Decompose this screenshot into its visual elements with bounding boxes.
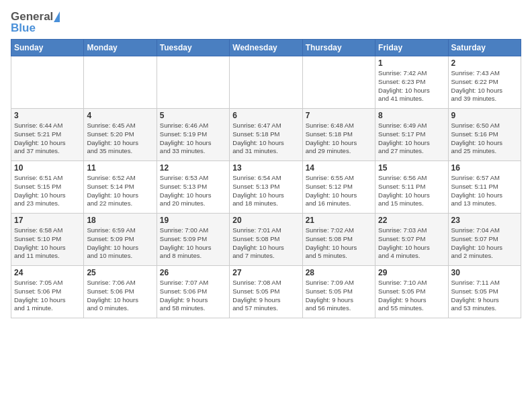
calendar-week-row: 1Sunrise: 7:42 AMSunset: 6:23 PMDaylight… [11,56,521,109]
day-number: 18 [87,216,153,225]
calendar-cell: 2Sunrise: 7:43 AMSunset: 6:22 PMDaylight… [448,56,521,109]
day-info: Sunrise: 7:07 AMSunset: 5:06 PMDaylight:… [160,279,226,313]
day-number: 26 [160,268,226,277]
day-info: Sunrise: 7:03 AMSunset: 5:07 PMDaylight:… [378,226,445,261]
calendar-week-row: 24Sunrise: 7:05 AMSunset: 5:06 PMDayligh… [11,266,521,318]
day-info: Sunrise: 7:01 AMSunset: 5:08 PMDaylight:… [232,226,299,261]
calendar-cell: 10Sunrise: 6:51 AMSunset: 5:15 PMDayligh… [11,161,84,214]
page-container: General Blue SundayMondayTuesdayWednesda… [0,0,532,324]
calendar-cell: 11Sunrise: 6:52 AMSunset: 5:14 PMDayligh… [84,161,157,214]
day-number: 9 [451,111,518,120]
day-number: 28 [306,268,372,277]
day-number: 5 [160,111,226,120]
calendar-cell: 15Sunrise: 6:56 AMSunset: 5:11 PMDayligh… [375,161,448,214]
calendar-cell [157,56,229,109]
calendar-cell: 28Sunrise: 7:09 AMSunset: 5:05 PMDayligh… [302,266,375,318]
weekday-header-tuesday: Tuesday [157,40,229,56]
calendar-cell: 13Sunrise: 6:54 AMSunset: 5:13 PMDayligh… [230,161,302,214]
day-info: Sunrise: 6:47 AMSunset: 5:18 PMDaylight:… [232,122,299,156]
logo-triangle-icon [54,11,60,22]
calendar-cell: 27Sunrise: 7:08 AMSunset: 5:05 PMDayligh… [230,266,302,318]
calendar-cell: 23Sunrise: 7:04 AMSunset: 5:07 PMDayligh… [448,214,521,266]
calendar-cell: 6Sunrise: 6:47 AMSunset: 5:18 PMDaylight… [230,109,302,161]
calendar-cell: 3Sunrise: 6:44 AMSunset: 5:21 PMDaylight… [11,109,84,161]
calendar-cell: 21Sunrise: 7:02 AMSunset: 5:08 PMDayligh… [302,214,375,266]
day-info: Sunrise: 7:42 AMSunset: 6:23 PMDaylight:… [378,69,445,103]
day-number: 14 [306,163,372,173]
day-info: Sunrise: 6:45 AMSunset: 5:20 PMDaylight:… [87,122,153,156]
day-number: 19 [160,216,226,225]
day-number: 4 [87,111,153,120]
day-number: 11 [87,163,153,173]
day-info: Sunrise: 6:57 AMSunset: 5:11 PMDaylight:… [451,174,518,208]
day-info: Sunrise: 7:06 AMSunset: 5:06 PMDaylight:… [87,279,153,313]
day-info: Sunrise: 7:04 AMSunset: 5:07 PMDaylight:… [451,226,518,261]
day-number: 17 [14,216,81,225]
day-info: Sunrise: 7:43 AMSunset: 6:22 PMDaylight:… [451,69,518,103]
weekday-header-thursday: Thursday [302,40,375,56]
logo-general-text: General [11,11,53,22]
calendar-cell: 25Sunrise: 7:06 AMSunset: 5:06 PMDayligh… [84,266,157,318]
calendar-cell [84,56,157,109]
day-number: 12 [160,163,226,173]
calendar-week-row: 10Sunrise: 6:51 AMSunset: 5:15 PMDayligh… [11,161,521,214]
day-number: 15 [378,163,445,173]
calendar-cell: 1Sunrise: 7:42 AMSunset: 6:23 PMDaylight… [375,56,448,109]
day-number: 8 [378,111,445,120]
calendar-header: SundayMondayTuesdayWednesdayThursdayFrid… [11,40,521,56]
day-info: Sunrise: 6:48 AMSunset: 5:18 PMDaylight:… [306,122,372,156]
logo: General Blue [11,11,60,34]
day-number: 23 [451,216,518,225]
calendar-week-row: 17Sunrise: 6:58 AMSunset: 5:10 PMDayligh… [11,214,521,266]
calendar-cell: 29Sunrise: 7:10 AMSunset: 5:05 PMDayligh… [375,266,448,318]
calendar-cell: 12Sunrise: 6:53 AMSunset: 5:13 PMDayligh… [157,161,229,214]
day-info: Sunrise: 6:46 AMSunset: 5:19 PMDaylight:… [160,122,226,156]
day-number: 6 [232,111,299,120]
day-number: 7 [306,111,372,120]
day-info: Sunrise: 7:09 AMSunset: 5:05 PMDaylight:… [306,279,372,313]
day-number: 21 [306,216,372,225]
day-number: 24 [14,268,81,277]
day-number: 1 [378,58,445,68]
calendar-cell [11,56,84,109]
calendar-cell: 17Sunrise: 6:58 AMSunset: 5:10 PMDayligh… [11,214,84,266]
calendar-cell: 5Sunrise: 6:46 AMSunset: 5:19 PMDaylight… [157,109,229,161]
calendar-cell: 14Sunrise: 6:55 AMSunset: 5:12 PMDayligh… [302,161,375,214]
day-number: 13 [232,163,299,173]
weekday-header-row: SundayMondayTuesdayWednesdayThursdayFrid… [11,40,521,56]
calendar-cell: 26Sunrise: 7:07 AMSunset: 5:06 PMDayligh… [157,266,229,318]
day-number: 29 [378,268,445,277]
day-number: 25 [87,268,153,277]
calendar-cell [230,56,302,109]
weekday-header-saturday: Saturday [448,40,521,56]
day-number: 20 [232,216,299,225]
calendar-cell: 8Sunrise: 6:49 AMSunset: 5:17 PMDaylight… [375,109,448,161]
day-info: Sunrise: 7:10 AMSunset: 5:05 PMDaylight:… [378,279,445,313]
day-info: Sunrise: 6:52 AMSunset: 5:14 PMDaylight:… [87,174,153,208]
day-info: Sunrise: 6:59 AMSunset: 5:09 PMDaylight:… [87,226,153,261]
day-number: 2 [451,58,518,68]
day-number: 30 [451,268,518,277]
day-info: Sunrise: 7:11 AMSunset: 5:05 PMDaylight:… [451,279,518,313]
header: General Blue [11,11,521,34]
day-info: Sunrise: 6:51 AMSunset: 5:15 PMDaylight:… [14,174,81,208]
logo-blue-text: Blue [11,22,36,34]
calendar-cell: 16Sunrise: 6:57 AMSunset: 5:11 PMDayligh… [448,161,521,214]
calendar-cell: 30Sunrise: 7:11 AMSunset: 5:05 PMDayligh… [448,266,521,318]
day-number: 16 [451,163,518,173]
calendar-cell: 24Sunrise: 7:05 AMSunset: 5:06 PMDayligh… [11,266,84,318]
day-number: 10 [14,163,81,173]
day-info: Sunrise: 6:55 AMSunset: 5:12 PMDaylight:… [306,174,372,208]
day-info: Sunrise: 6:58 AMSunset: 5:10 PMDaylight:… [14,226,81,261]
calendar-cell: 20Sunrise: 7:01 AMSunset: 5:08 PMDayligh… [230,214,302,266]
calendar-cell: 18Sunrise: 6:59 AMSunset: 5:09 PMDayligh… [84,214,157,266]
calendar-table: SundayMondayTuesdayWednesdayThursdayFrid… [11,39,521,318]
day-info: Sunrise: 6:54 AMSunset: 5:13 PMDaylight:… [232,174,299,208]
calendar-cell: 9Sunrise: 6:50 AMSunset: 5:16 PMDaylight… [448,109,521,161]
calendar-body: 1Sunrise: 7:42 AMSunset: 6:23 PMDaylight… [11,56,521,318]
day-info: Sunrise: 7:00 AMSunset: 5:09 PMDaylight:… [160,226,226,261]
day-info: Sunrise: 6:44 AMSunset: 5:21 PMDaylight:… [14,122,81,156]
calendar-cell: 4Sunrise: 6:45 AMSunset: 5:20 PMDaylight… [84,109,157,161]
calendar-cell: 22Sunrise: 7:03 AMSunset: 5:07 PMDayligh… [375,214,448,266]
weekday-header-friday: Friday [375,40,448,56]
